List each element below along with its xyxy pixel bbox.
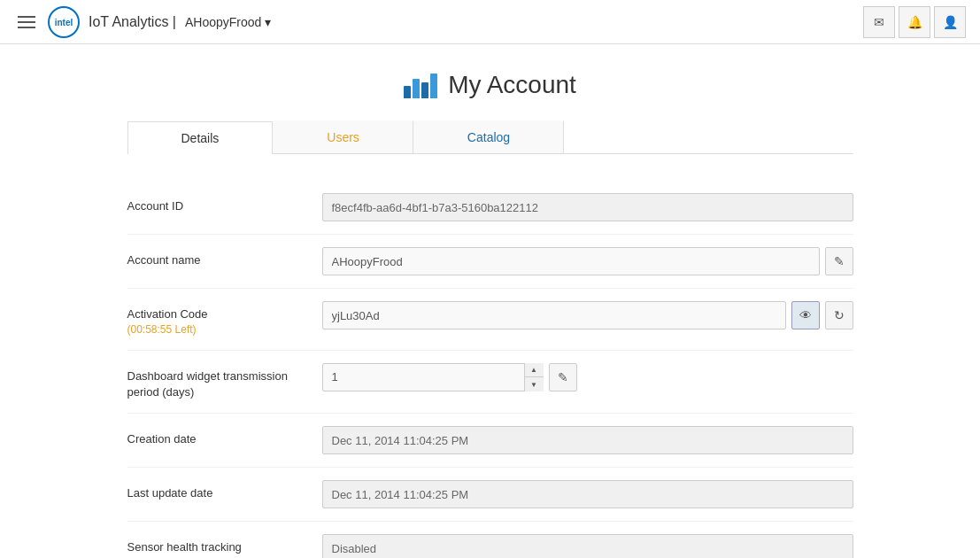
bell-icon: 🔔	[907, 15, 922, 29]
activation-code-refresh-button[interactable]: ↻	[825, 301, 853, 329]
creation-date-input	[322, 426, 853, 454]
dashboard-period-edit-button[interactable]: ✎	[549, 363, 577, 391]
account-id-label: Account ID	[127, 193, 322, 214]
tab-catalog[interactable]: Catalog	[413, 120, 564, 153]
activation-code-label: Activation Code (00:58:55 Left)	[127, 301, 322, 337]
page-title: My Account	[448, 71, 576, 99]
navbar: intel IoT Analytics | AHoopyFrood ▾ ✉ 🔔 …	[0, 0, 980, 44]
last-update-label: Last update date	[127, 480, 322, 501]
page-content: My Account Details Users Catalog Account…	[92, 44, 889, 558]
stepper-up-button[interactable]: ▲	[525, 363, 544, 378]
tab-details[interactable]: Details	[127, 121, 274, 154]
last-update-control	[322, 480, 853, 508]
nav-actions: ✉ 🔔 👤	[863, 6, 966, 38]
chart-bar-1	[404, 86, 411, 98]
tabs: Details Users Catalog	[127, 120, 853, 154]
activation-code-row: Activation Code (00:58:55 Left) 👁 ↻	[127, 289, 853, 351]
account-dropdown-name: AHoopyFrood	[185, 15, 261, 29]
notifications-button[interactable]: 🔔	[899, 6, 930, 38]
email-icon: ✉	[874, 15, 884, 29]
chart-bar-3	[421, 82, 428, 98]
user-button[interactable]: 👤	[934, 6, 966, 38]
svg-text:intel: intel	[55, 18, 73, 27]
hamburger-button[interactable]	[14, 12, 39, 32]
last-update-input	[322, 480, 853, 508]
refresh-icon: ↻	[834, 308, 845, 322]
dashboard-period-label: Dashboard widget transmission period (da…	[127, 363, 322, 400]
stepper-buttons: ▲ ▼	[524, 363, 544, 391]
chart-bar-4	[430, 74, 437, 98]
stepper-down-button[interactable]: ▼	[525, 377, 544, 391]
account-name-input[interactable]	[322, 247, 820, 275]
chart-bar-2	[413, 79, 420, 98]
dropdown-arrow-icon: ▾	[265, 15, 271, 29]
account-dropdown[interactable]: AHoopyFrood ▾	[185, 15, 271, 29]
account-name-edit-button[interactable]: ✎	[825, 247, 853, 275]
sensor-health-control	[322, 534, 853, 558]
form-section: Account ID Account name ✎ Activation Cod…	[127, 181, 853, 558]
app-title: IoT Analytics |	[89, 14, 176, 30]
chart-icon	[404, 72, 437, 98]
sensor-health-row: Sensor health tracking	[127, 522, 853, 558]
tab-users[interactable]: Users	[273, 120, 413, 153]
edit-icon: ✎	[834, 254, 845, 268]
account-name-label: Account name	[127, 247, 322, 268]
activation-code-control: 👁 ↻	[322, 301, 853, 329]
dashboard-period-input-wrap: ▲ ▼	[322, 363, 544, 391]
account-id-input[interactable]	[322, 193, 853, 221]
account-id-row: Account ID	[127, 181, 853, 235]
sensor-health-input	[322, 534, 853, 558]
dashboard-period-row: Dashboard widget transmission period (da…	[127, 351, 853, 414]
account-id-control	[322, 193, 853, 221]
account-name-row: Account name ✎	[127, 235, 853, 289]
email-button[interactable]: ✉	[863, 6, 895, 38]
creation-date-control	[322, 426, 853, 454]
edit-icon-2: ✎	[558, 370, 568, 384]
account-name-control: ✎	[322, 247, 853, 275]
creation-date-label: Creation date	[127, 426, 322, 447]
activation-code-timer: (00:58:55 Left)	[127, 322, 305, 337]
activation-code-input[interactable]	[322, 301, 786, 329]
page-header: My Account	[127, 71, 853, 99]
intel-logo-icon: intel	[48, 6, 80, 38]
activation-code-show-button[interactable]: 👁	[791, 301, 820, 329]
sensor-health-label: Sensor health tracking	[127, 534, 322, 555]
user-icon: 👤	[943, 15, 958, 29]
dashboard-period-input[interactable]	[322, 363, 544, 391]
eye-icon: 👁	[799, 308, 812, 322]
creation-date-row: Creation date	[127, 414, 853, 468]
dashboard-period-control: ▲ ▼ ✎	[322, 363, 853, 391]
brand: intel	[48, 6, 80, 38]
last-update-row: Last update date	[127, 468, 853, 522]
